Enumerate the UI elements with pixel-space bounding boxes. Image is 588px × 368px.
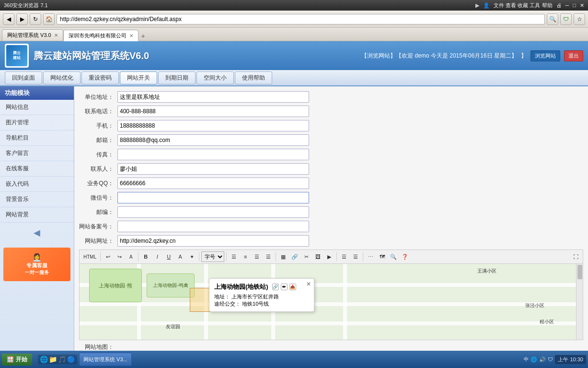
toolbar-list-ol-btn[interactable]: ☰ (350, 251, 361, 262)
toolbar-more-btn[interactable]: ⋯ (365, 251, 376, 262)
map-popup-share-icon[interactable]: 📤 (289, 284, 296, 290)
clock: 上午 10:30 (555, 355, 586, 364)
taskbar: 🪟 开始 🌐 📁 🎵 🔵 网站管理系统 V3... 中 🌐 🔊 🛡 上午 10:… (0, 351, 588, 368)
map-label-wangman: 王满小区 (477, 268, 496, 274)
toolbar-align-justify-btn[interactable]: ☰ (263, 251, 274, 262)
folder-icon[interactable]: 📁 (49, 356, 57, 363)
printer-icon: 🖨 (556, 2, 562, 8)
map-scrollbar-thumb[interactable] (577, 265, 582, 279)
back-button[interactable]: ◀ (3, 13, 14, 25)
browser-icon[interactable]: 🔵 (67, 356, 75, 363)
sidebar-label-bg-image: 网站背景 (6, 211, 29, 218)
ie-icon[interactable]: 🌐 (40, 356, 48, 363)
map-scrollbar[interactable] (576, 264, 583, 340)
sidebar-label-image-mgmt: 图片管理 (6, 119, 29, 126)
taskbar-active-window[interactable]: 网站管理系统 V3... (79, 353, 132, 366)
toolbar-map-btn[interactable]: 🗺 (377, 251, 387, 262)
sidebar-item-bg-image[interactable]: 网站背景 (0, 207, 74, 223)
home-button[interactable]: 🏠 (43, 13, 55, 25)
nav-item-home[interactable]: 回到桌面 (5, 71, 42, 84)
nav-item-space[interactable]: 空间大小 (196, 71, 234, 84)
nav-item-password[interactable]: 重设密码 (81, 71, 119, 84)
toolbar-fullscreen-btn[interactable]: ⛶ (570, 251, 581, 262)
form-row-contact: 联系人： (79, 163, 583, 175)
nav-item-help[interactable]: 使用帮助 (235, 71, 272, 84)
nav-item-seo[interactable]: 网站优化 (43, 71, 81, 84)
sidebar-item-embed-code[interactable]: 嵌入代码 (0, 177, 74, 192)
toolbar-list-ul-btn[interactable]: ☰ (339, 251, 349, 262)
tab-admin-close[interactable]: ✕ (54, 33, 58, 38)
font-size-select[interactable]: 字号 (201, 251, 224, 262)
toolbar-zoom-in-btn[interactable]: 🔍 (388, 251, 399, 262)
toolbar-undo-btn[interactable]: ↩ (103, 251, 113, 262)
road-h-2 (80, 302, 583, 306)
fax-input[interactable] (117, 149, 309, 160)
map-popup-link-icon[interactable]: 🔗 (272, 284, 279, 290)
toolbar-link-btn[interactable]: 🔗 (289, 251, 300, 262)
toolbar-align-left-btn[interactable]: ☰ (229, 251, 239, 262)
toolbar-unlink-btn[interactable]: ✂ (301, 251, 311, 262)
mobile-label: 手机： (79, 122, 117, 130)
toolbar-redo-btn[interactable]: ↪ (114, 251, 125, 262)
email-input[interactable] (117, 134, 309, 146)
map-background: 上海动物园·熊 上海动物园-鸣禽 王满小区 张泾小区 友谊园 程小区 (80, 264, 583, 340)
address-bar[interactable] (57, 14, 545, 24)
sidebar-item-bg-music[interactable]: 背景音乐 (0, 192, 74, 207)
exit-button[interactable]: 退出 (564, 50, 583, 61)
toolbar-fontcolor-btn[interactable]: A (175, 251, 185, 262)
maximize-icon[interactable]: □ (573, 2, 576, 8)
sidebar-item-messages[interactable]: 客户留言 (0, 146, 74, 161)
sidebar-label-messages: 客户留言 (6, 150, 29, 156)
toolbar-help-btn[interactable]: ❓ (400, 251, 410, 262)
media-icon[interactable]: 🎵 (58, 356, 66, 363)
toolbar-html-btn[interactable]: HTML (81, 251, 98, 262)
qq-input[interactable] (117, 178, 309, 189)
star-button[interactable]: ☆ (574, 13, 585, 25)
sidebar-item-image-mgmt[interactable]: 图片管理 (0, 115, 74, 131)
tab-company[interactable]: 深圳市先鸣科技有限公司 ✕ (63, 30, 138, 41)
refresh-button[interactable]: ↻ (30, 13, 41, 25)
browser-menu: ▶ 👤 文件 查看 收藏 工具 帮助 🖨 ─ □ ✕ (475, 2, 584, 9)
tab-add-button[interactable]: + (138, 31, 148, 41)
close-icon[interactable]: ✕ (580, 2, 584, 9)
sidebar-item-nav[interactable]: 导航栏目 (0, 131, 74, 146)
toolbar-text-btn[interactable]: A (126, 251, 136, 262)
nav-item-switch[interactable]: 网站开关 (120, 71, 157, 84)
postcode-input[interactable] (117, 206, 309, 218)
map-popup-close-btn[interactable]: ✕ (306, 281, 311, 287)
toolbar-image-btn[interactable]: 🖼 (312, 251, 323, 262)
nav-item-expire[interactable]: 到期日期 (158, 71, 196, 84)
minimize-icon[interactable]: ─ (565, 2, 569, 8)
start-button[interactable]: 🪟 开始 (2, 354, 32, 366)
toolbar-align-right-btn[interactable]: ☰ (252, 251, 262, 262)
browse-website-button[interactable]: 浏览网站 (530, 50, 560, 61)
sidebar-collapse-btn[interactable]: ◀ (0, 227, 74, 238)
toolbar-align-center-btn[interactable]: ≡ (240, 251, 251, 262)
toolbar-bold-btn[interactable]: B (140, 251, 151, 262)
search-button[interactable]: 🔍 (547, 13, 558, 25)
editor-wrapper: HTML ↩ ↪ A B I U A ✦ 字号 ☰ ≡ ☰ ☰ (79, 249, 583, 340)
toolbar-media-btn[interactable]: ▶ (324, 251, 334, 262)
sidebar-item-website-info[interactable]: 网站信息 (0, 100, 74, 115)
file-menu[interactable]: 文件 查看 收藏 工具 帮助 (494, 2, 552, 9)
toolbar-special-btn[interactable]: ✦ (186, 251, 197, 262)
app-logo-inner: 腾云建站 (6, 45, 27, 66)
toolbar-italic-btn[interactable]: I (152, 251, 162, 262)
contact-input[interactable] (117, 163, 309, 175)
toolbar-underline-btn[interactable]: U (163, 251, 174, 262)
toolbar-table-btn[interactable]: ▦ (278, 251, 288, 262)
tab-admin[interactable]: 网站管理系统 V3.0 ✕ (2, 29, 63, 41)
browser-titlebar: 360安全浏览器 7.1 ▶ 👤 文件 查看 收藏 工具 帮助 🖨 ─ □ ✕ (0, 0, 588, 11)
icp-input[interactable] (117, 221, 309, 232)
wechat-input[interactable] (117, 192, 309, 203)
phone-input[interactable] (117, 106, 309, 117)
website-input[interactable] (117, 235, 309, 247)
form-row-qq: 业务QQ： (79, 178, 583, 189)
collapse-arrow-icon[interactable]: ◀ (34, 228, 40, 237)
tab-company-close[interactable]: ✕ (129, 33, 133, 38)
mobile-input[interactable] (117, 120, 309, 131)
address-input[interactable] (117, 91, 309, 103)
map-popup-edit-icon[interactable]: ✏ (281, 284, 288, 290)
forward-button[interactable]: ▶ (16, 13, 28, 25)
sidebar-item-online-service[interactable]: 在线客服 (0, 161, 74, 177)
